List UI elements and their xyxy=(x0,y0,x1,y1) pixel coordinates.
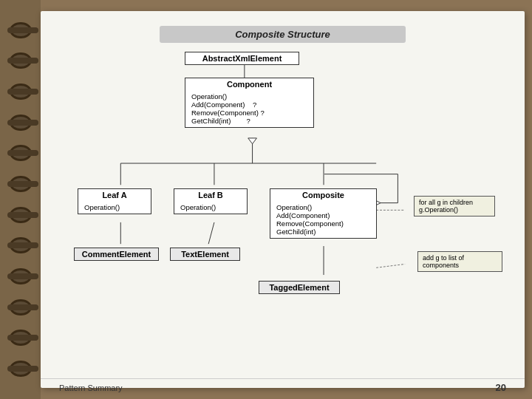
spiral xyxy=(10,145,32,161)
spiral xyxy=(10,83,32,100)
svg-marker-6 xyxy=(248,138,257,144)
component-box: Component Operation() Add(Component) ? R… xyxy=(185,78,314,128)
component-title: Component xyxy=(185,78,313,90)
spiral xyxy=(10,237,32,253)
leaf-b-box: Leaf B Operation() xyxy=(174,188,248,214)
spiral xyxy=(10,361,32,377)
leaf-a-box: Leaf A Operation() xyxy=(78,188,151,214)
spiral xyxy=(10,330,32,346)
leaf-a-title: Leaf A xyxy=(78,189,151,201)
component-op3: Remove(Component) ? xyxy=(191,109,307,117)
spiral xyxy=(10,22,32,38)
spiral xyxy=(10,299,32,316)
composite-op1: Operation() xyxy=(276,203,370,211)
text-element-box: TextElement xyxy=(170,248,240,261)
note-for-all-text: for all g in childreng.Operation() xyxy=(419,199,473,214)
diagram-area: AbstractXmlElement Component Operation()… xyxy=(59,52,506,332)
composite-op3: Remove(Component) xyxy=(276,219,370,228)
component-body: Operation() Add(Component) ? Remove(Comp… xyxy=(185,90,313,127)
leaf-a-body: Operation() xyxy=(78,201,151,214)
spiral xyxy=(10,52,32,69)
comment-element-label: CommentElement xyxy=(75,248,158,260)
page-content: Composite Structure xyxy=(41,11,525,388)
footer: Pattern Summary 20 xyxy=(41,378,525,393)
tagged-element-box: TaggedElement xyxy=(259,281,340,294)
svg-line-15 xyxy=(376,264,405,267)
composite-body: Operation() Add(Component) Remove(Compon… xyxy=(270,201,376,238)
leaf-b-op: Operation() xyxy=(180,203,241,211)
comment-element-box: CommentElement xyxy=(74,248,159,261)
text-element-label: TextElement xyxy=(171,248,239,260)
composite-box: Composite Operation() Add(Component) Rem… xyxy=(270,188,377,239)
component-op1: Operation() xyxy=(191,92,307,100)
spiral xyxy=(10,176,32,192)
note-for-all: for all g in childreng.Operation() xyxy=(414,196,495,216)
leaf-a-op: Operation() xyxy=(84,203,145,211)
abstract-xml-element-label: AbstractXmlElement xyxy=(185,52,299,64)
composite-op2: Add(Component) xyxy=(276,211,370,219)
composite-op4: GetChild(int) xyxy=(276,228,370,236)
leaf-b-body: Operation() xyxy=(174,201,247,214)
component-op4: GetChild(int) ? xyxy=(191,117,307,125)
spiral xyxy=(10,115,32,131)
footer-page-number: 20 xyxy=(496,382,506,393)
notebook-spirals xyxy=(0,0,41,399)
note-add-g: add g to list of components xyxy=(417,251,502,272)
slide-title: Composite Structure xyxy=(160,26,406,43)
component-op2: Add(Component) ? xyxy=(191,100,307,109)
spiral xyxy=(10,268,32,284)
leaf-b-title: Leaf B xyxy=(174,189,247,201)
title-text: Composite Structure xyxy=(235,29,330,40)
abstract-xml-element-box: AbstractXmlElement xyxy=(185,52,299,65)
spiral xyxy=(10,207,32,223)
note-add-g-text: add g to list of components xyxy=(423,254,464,269)
composite-title: Composite xyxy=(270,189,376,201)
svg-line-8 xyxy=(208,222,214,244)
tagged-element-label: TaggedElement xyxy=(259,282,339,293)
footer-title: Pattern Summary xyxy=(59,383,123,392)
